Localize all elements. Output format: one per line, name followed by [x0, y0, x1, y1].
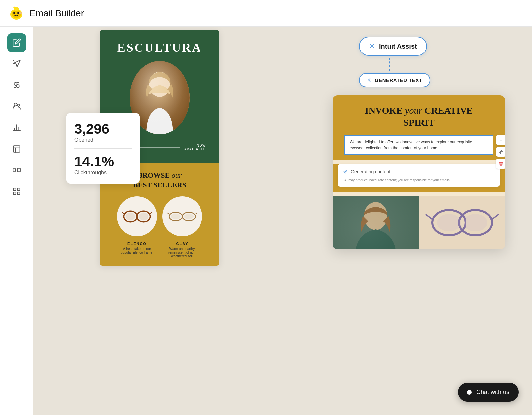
- mailchimp-logo-icon: [8, 5, 25, 22]
- svg-rect-43: [332, 196, 419, 249]
- editor-gold-header: INVOKE your CREATIVESPIRIT: [332, 95, 505, 136]
- sidebar-item-automations[interactable]: [7, 161, 26, 179]
- svg-rect-25: [17, 192, 20, 195]
- editor-content: INVOKE your CREATIVESPIRIT We are deligh…: [332, 95, 505, 249]
- svg-point-12: [17, 104, 19, 107]
- svg-line-6: [13, 60, 14, 61]
- svg-point-50: [437, 214, 461, 231]
- trash-icon: [499, 161, 503, 166]
- generated-star-icon: ✳: [367, 77, 371, 83]
- sidebar-item-campaigns[interactable]: [7, 54, 26, 73]
- email-product-2-image: [162, 196, 202, 236]
- editor-image-left: [332, 196, 419, 249]
- generated-text-label: GENERATED TEXT: [375, 77, 422, 83]
- ai-disclaimer: AI may produce inaccurate content; you a…: [343, 178, 495, 182]
- app-header: Email Builder: [0, 0, 532, 27]
- email-product-2-info: CLAY Warm and earthy, reminiscent of ric…: [162, 242, 202, 258]
- editor-delete-tool[interactable]: [496, 159, 505, 169]
- intuit-assist-bubble: ✳ Intuit Assist: [359, 37, 427, 56]
- intuit-assist-star-icon: ✳: [369, 42, 375, 51]
- sidebar-item-templates[interactable]: [7, 140, 26, 158]
- stats-card: 3,296 Opened 14.1% Clickthroughs: [66, 113, 140, 184]
- connector-line: [389, 58, 390, 71]
- svg-point-40: [171, 214, 181, 219]
- svg-point-34: [139, 212, 148, 220]
- intuit-assist-panel: ✳ Intuit Assist ✳ GENERATED TEXT INVOKE …: [332, 37, 512, 249]
- email-nav-available: NOWAVAILABLE: [184, 144, 206, 151]
- svg-rect-23: [17, 188, 20, 191]
- svg-rect-22: [13, 188, 16, 191]
- glasses-1-icon: [122, 207, 152, 226]
- glasses-2-icon: [167, 207, 197, 226]
- editor-glasses-image-icon: [419, 196, 505, 249]
- editor-copy-tool[interactable]: [496, 147, 505, 157]
- email-product-1-info: ELENCO A fresh take on our popular Elenc…: [117, 242, 157, 258]
- megaphone-icon: [12, 59, 21, 68]
- email-editor-preview: INVOKE your CREATIVESPIRIT We are deligh…: [332, 95, 505, 249]
- segments-icon: [12, 81, 21, 89]
- svg-point-2: [13, 12, 15, 14]
- svg-line-38: [167, 213, 169, 214]
- svg-point-33: [126, 212, 135, 220]
- stats-clickthrough-label: Clickthroughs: [74, 170, 132, 176]
- svg-line-32: [150, 212, 152, 214]
- email-product-info-row: ELENCO A fresh take on our popular Elenc…: [106, 242, 213, 258]
- svg-point-41: [184, 214, 194, 219]
- svg-point-27: [149, 72, 170, 97]
- intuit-assist-label: Intuit Assist: [379, 43, 417, 50]
- svg-point-11: [14, 103, 17, 106]
- sidebar-item-integrations[interactable]: [7, 182, 26, 201]
- template-icon: [12, 145, 21, 153]
- chat-button-label: Chat with us: [476, 389, 509, 396]
- stats-opened-count: 3,296: [74, 121, 132, 137]
- email-product-2-desc: Warm and earthy, reminiscent of rich, we…: [162, 247, 202, 258]
- chat-dot-icon: [467, 390, 472, 395]
- app-title: Email Builder: [29, 8, 84, 19]
- content-area: ESCULTURA: [33, 27, 532, 415]
- svg-line-39: [196, 213, 197, 214]
- pencil-icon: [12, 38, 21, 47]
- email-product-1-image: [117, 196, 157, 236]
- editor-image-right: [419, 196, 505, 249]
- people-icon: [12, 102, 21, 111]
- sidebar-item-audience[interactable]: [7, 97, 26, 116]
- svg-rect-24: [13, 192, 16, 195]
- generating-box: ✳ Generating content... AI may produce i…: [338, 164, 500, 187]
- sidebar: [0, 27, 33, 415]
- chart-icon: [12, 123, 21, 132]
- editor-images-row: [332, 196, 505, 249]
- automation-icon: [12, 166, 21, 174]
- generating-text: Generating content...: [351, 169, 394, 174]
- stats-divider: [74, 148, 132, 149]
- editor-model-image-icon: [332, 196, 419, 249]
- generated-text-bubble: ✳ GENERATED TEXT: [359, 73, 430, 87]
- svg-rect-42: [500, 151, 503, 154]
- email-product-1-name: ELENCO: [117, 242, 157, 246]
- svg-point-51: [464, 214, 487, 231]
- grid-icon: [12, 187, 21, 196]
- editor-body-text: We are delighted to offer two innovative…: [350, 140, 472, 150]
- svg-line-31: [122, 212, 124, 214]
- svg-point-8: [16, 85, 19, 88]
- logo-container: Email Builder: [8, 5, 84, 22]
- email-product-2-name: CLAY: [162, 242, 202, 246]
- chat-button[interactable]: Chat with us: [458, 383, 519, 402]
- svg-rect-17: [13, 146, 20, 152]
- email-brand-name: ESCULTURA: [106, 41, 213, 54]
- svg-point-44: [364, 202, 387, 230]
- editor-add-tool[interactable]: +: [496, 135, 505, 145]
- stats-opened-label: Opened: [74, 137, 132, 143]
- sidebar-item-segments[interactable]: [7, 76, 26, 94]
- generating-spinner-icon: ✳: [343, 169, 347, 175]
- generating-row: ✳ Generating content...: [343, 169, 495, 175]
- editor-text-block: We are delighted to offer two innovative…: [344, 135, 493, 155]
- stats-clickthrough-percent: 14.1%: [74, 154, 132, 170]
- svg-point-5: [19, 12, 22, 14]
- editor-headline: INVOKE your CREATIVESPIRIT: [340, 105, 497, 129]
- copy-icon: [499, 150, 503, 154]
- sidebar-item-edit[interactable]: [7, 33, 26, 52]
- sidebar-item-analytics[interactable]: [7, 118, 26, 137]
- email-product-1-desc: A fresh take on our popular Elenco frame…: [117, 247, 157, 254]
- main-layout: ESCULTURA: [0, 27, 532, 415]
- email-products-row: [106, 196, 213, 236]
